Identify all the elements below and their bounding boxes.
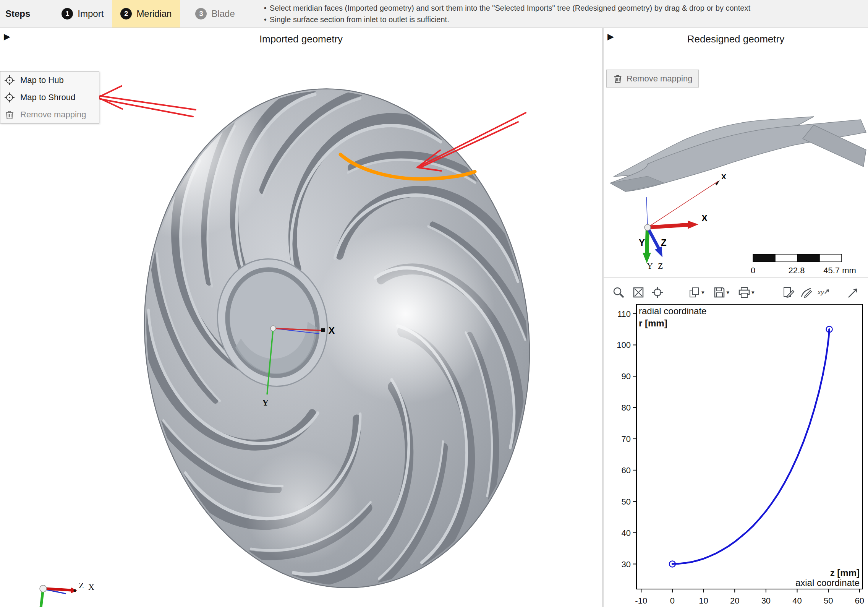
x-tick-label: 30 [761,596,771,605]
chevron-down-icon[interactable]: ▾ [701,289,704,296]
fit-view-icon[interactable] [632,286,645,299]
axis-y-label: Y [262,398,269,407]
x-axis-unit: z [mm] [830,568,860,578]
redesigned-geometry-panel: ▶ Redesigned geometry Remove mapping [604,28,868,607]
imported-geometry-title: Imported geometry [0,33,602,45]
meridian-contour-chart[interactable]: 30405060708090100110-100102030405060radi… [604,303,868,607]
y-tick-label: 70 [622,434,631,444]
redesigned-geometry-header: ▶ Redesigned geometry [604,28,868,49]
chevron-down-icon[interactable]: ▾ [751,289,755,296]
redesigned-coordinate-triad: X X Y Z Y Z [639,173,726,271]
menu-item-label: Map to Shroud [20,93,75,102]
trash-icon [4,109,15,120]
axis-x-small-label: X [721,173,726,181]
edit-points-icon[interactable] [782,286,795,299]
x-tick-label: -10 [635,596,647,605]
step-2-badge: 2 [120,8,132,19]
instruction-line-1: •Select meridian faces (Imported geometr… [264,2,868,14]
save-icon[interactable] [713,286,726,299]
chart-toolbar: ▾ ▾ ▾ [604,282,868,302]
application-window: Steps 1 Import 2 Meridian 3 Blade •Selec… [0,0,868,607]
bullet-icon: • [264,4,267,12]
chevron-down-icon[interactable]: ▾ [727,289,730,296]
steps-label: Steps [5,8,30,19]
edit-curve-icon[interactable] [800,286,813,299]
menu-item-label: Remove mapping [20,110,86,120]
x-tick-label: 0 [670,596,675,605]
step-instructions: •Select meridian faces (Imported geometr… [264,2,868,25]
y-axis-title: radial coordinate [639,306,706,316]
svg-text:xy: xy [817,289,825,296]
x-tick-label: 50 [824,596,833,605]
bullet-icon: • [264,15,267,24]
crosshair-icon[interactable] [651,286,664,299]
crosshair-icon [4,92,15,103]
x-tick-label: 60 [855,596,864,605]
y-tick-label: 60 [622,466,631,475]
menu-item-map-to-shroud[interactable]: Map to Shroud [0,89,99,106]
redesigned-geometry-view-wrap: Remove mapping X [604,49,868,278]
meridian-surfaces[interactable] [610,117,866,192]
step-1-label: Import [78,8,104,19]
x-tick-label: 10 [699,596,708,605]
x-tick-label: 20 [730,596,739,605]
y-tick-label: 50 [622,497,631,506]
mapping-context-menu: Map to Hub Map to Shroud [0,71,99,123]
meridian-chart-panel: ▾ ▾ ▾ [604,278,868,607]
axis-y-serif-label: Y [647,261,653,271]
view-orientation-triad: Z X [40,581,94,607]
menu-item-remove-mapping[interactable]: Remove mapping [0,106,99,123]
step-meridian-active[interactable]: 2 Meridian [112,0,180,28]
step-3-badge: 3 [195,8,207,19]
redesigned-geometry-title: Redesigned geometry [604,33,868,45]
y-tick-label: 80 [622,403,631,412]
axis-z-label: Z [661,237,667,248]
clipped-edge-icon[interactable] [847,286,860,299]
y-tick-label: 30 [622,560,631,569]
axis-y-label: Y [639,237,645,248]
y-tick-label: 90 [622,372,631,381]
axis-x-label: X [701,213,708,223]
imported-geometry-3d-view[interactable]: X Y [0,49,602,607]
step-1-badge: 1 [62,8,73,19]
menu-item-map-to-hub[interactable]: Map to Hub [0,71,99,89]
annotation-arrow-menu [98,86,196,117]
trash-icon [613,74,623,84]
axis-z-label: Z [79,581,84,590]
step-3-label: Blade [211,8,235,19]
zoom-icon[interactable] [612,286,625,299]
crosshair-icon [4,75,15,86]
menu-item-label: Map to Hub [20,75,64,85]
scale-bar: 0 22.8 45.7 mm [751,254,856,275]
axis-x-label: X [88,582,94,592]
export-xy-icon[interactable]: xy [816,286,829,299]
y-tick-label: 40 [622,528,631,538]
remove-mapping-button[interactable]: Remove mapping [606,70,699,88]
y-axis-unit: r [mm] [639,318,667,328]
instruction-text-2: Single surface section from inlet to out… [270,15,449,24]
scale-start-label: 0 [751,266,755,275]
instruction-line-2: •Single surface section from inlet to ou… [264,14,868,25]
imported-geometry-header: ▶ Imported geometry [0,28,602,49]
steps-bar: Steps 1 Import 2 Meridian 3 Blade •Selec… [0,0,868,28]
axis-z-serif-label: Z [658,261,663,271]
remove-mapping-label: Remove mapping [627,74,692,84]
axis-x-label: X [329,325,335,336]
scale-mid-label: 22.8 [789,266,805,275]
print-icon[interactable] [738,286,751,299]
y-tick-label: 100 [617,340,631,350]
instruction-text-1: Select meridian faces (Imported geometry… [270,4,750,12]
x-axis-title: axial coordinate [795,578,860,588]
copy-icon[interactable] [688,286,701,299]
step-import[interactable]: 1 Import [53,0,112,28]
scale-end-label: 45.7 mm [823,266,856,275]
step-2-label: Meridian [136,8,172,19]
x-tick-label: 40 [792,596,802,605]
plot-frame[interactable] [636,304,863,589]
y-tick-label: 110 [617,309,631,319]
imported-geometry-panel: ▶ Imported geometry Map to Hub [0,28,604,607]
step-blade[interactable]: 3 Blade [187,0,243,28]
